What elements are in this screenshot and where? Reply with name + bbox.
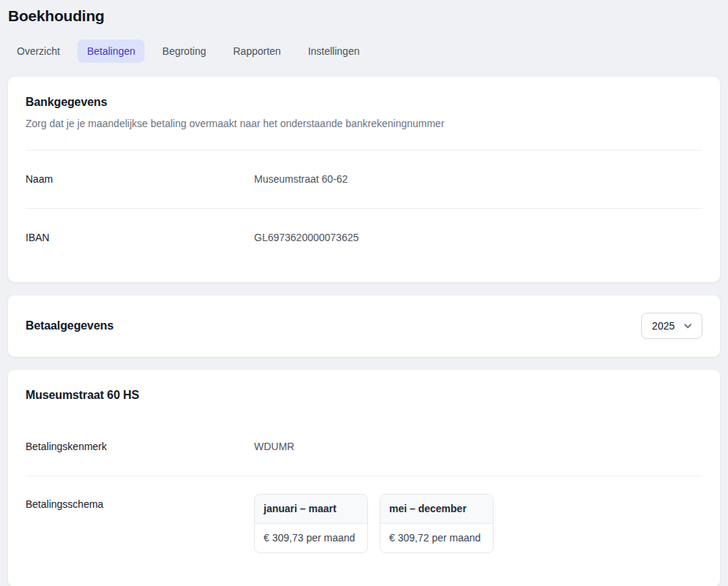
tab-rapporten[interactable]: Rapporten	[223, 39, 290, 63]
bank-card-subtitle: Zorg dat je je maandelijkse betaling ove…	[26, 116, 702, 131]
payment-card-title: Betaalgegevens	[26, 318, 113, 334]
schedule-card-jan-maart: januari – maart € 309,73 per maand	[254, 494, 368, 553]
property-card-title: Museumstraat 60 HS	[26, 387, 702, 403]
row-value: GL6973620000073625	[254, 232, 359, 244]
row-label: Betalingsschema	[26, 494, 254, 511]
table-row-naam: Naam Museumstraat 60-62	[26, 151, 702, 209]
bank-details-card: Bankgegevens Zorg dat je je maandelijkse…	[7, 76, 721, 283]
schedule-period: mei – december	[380, 495, 493, 524]
tab-instellingen[interactable]: Instellingen	[299, 39, 369, 63]
schedule-amount: € 309,73 per maand	[255, 524, 367, 552]
schedule-period: januari – maart	[255, 495, 367, 524]
chevron-down-icon	[683, 321, 693, 331]
payment-schedule: januari – maart € 309,73 per maand mei –…	[254, 494, 494, 553]
year-select-value: 2025	[652, 320, 675, 332]
schedule-amount: € 309,72 per maand	[380, 524, 493, 552]
tab-bar: Overzicht Betalingen Begroting Rapporten…	[7, 39, 721, 63]
tab-begroting[interactable]: Begroting	[153, 39, 215, 63]
page-title: Boekhouding	[8, 7, 721, 25]
row-value: Museumstraat 60-62	[254, 173, 348, 186]
year-select[interactable]: 2025	[641, 313, 702, 339]
table-row-iban: IBAN GL6973620000073625	[26, 209, 702, 265]
tab-betalingen[interactable]: Betalingen	[77, 39, 145, 63]
card-list: Bankgegevens Zorg dat je je maandelijkse…	[7, 76, 721, 586]
row-label: Naam	[26, 173, 254, 186]
row-value: WDUMR	[254, 441, 294, 453]
table-row-betalingskenmerk: Betalingskenmerk WDUMR	[26, 419, 702, 476]
row-label: IBAN	[26, 232, 254, 244]
payment-details-card: Betaalgegevens 2025	[7, 294, 721, 357]
schedule-card-mei-december: mei – december € 309,72 per maand	[380, 494, 494, 553]
bank-card-title: Bankgegevens	[26, 94, 702, 110]
row-label: Betalingskenmerk	[26, 441, 254, 453]
table-row-betalingsschema: Betalingsschema januari – maart € 309,73…	[26, 476, 702, 569]
bank-card-header: Bankgegevens Zorg dat je je maandelijkse…	[26, 94, 702, 151]
boekhouding-page: Boekhouding Overzicht Betalingen Begroti…	[0, 0, 728, 586]
property-payment-card: Museumstraat 60 HS Betalingskenmerk WDUM…	[7, 369, 721, 586]
tab-overzicht[interactable]: Overzicht	[7, 39, 69, 63]
